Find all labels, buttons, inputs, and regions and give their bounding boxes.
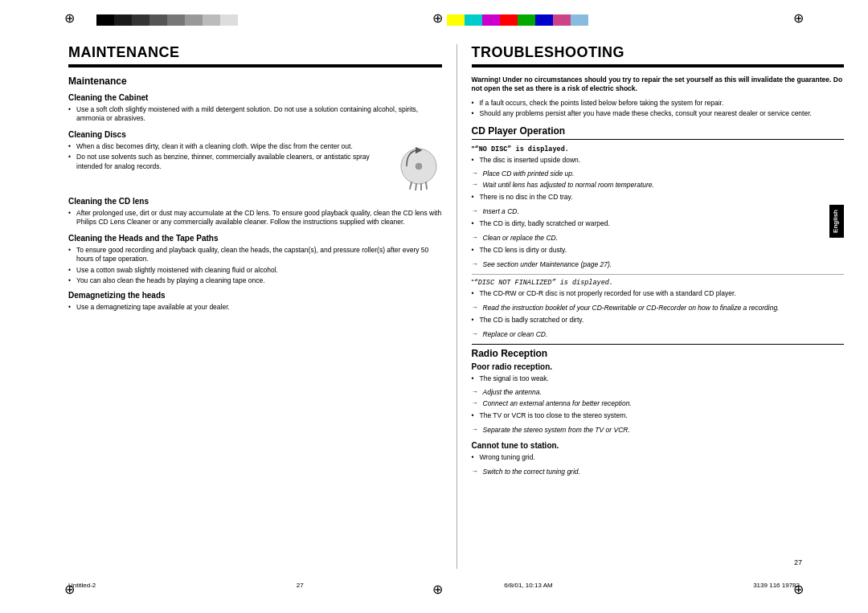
no-disc-label: "“NO DISC” is displayed. bbox=[472, 145, 845, 153]
list-item: Wrong tuning grid. bbox=[472, 453, 845, 462]
bar-gray1 bbox=[114, 14, 132, 26]
cleaning-cabinet-list: Use a soft cloth slightly moistened with… bbox=[68, 105, 442, 124]
troubleshooting-title: TROUBLESHOOTING bbox=[472, 44, 845, 67]
footer-filename: Untitled-2 bbox=[68, 582, 96, 589]
bar-green bbox=[518, 14, 535, 26]
disc-not-fin-arrows2: Replace or clean CD. bbox=[472, 330, 845, 339]
poor-radio-list2: The TV or VCR is too close to the stereo… bbox=[472, 411, 845, 420]
poor-radio-list: The signal is too weak. bbox=[472, 374, 845, 383]
arrow-item: Replace or clean CD. bbox=[472, 330, 845, 339]
bar-cyan bbox=[465, 14, 482, 26]
section-troubleshooting: TROUBLESHOOTING Warning! Under no circum… bbox=[457, 44, 845, 569]
cleaning-heads-header: Cleaning the Heads and the Tape Paths bbox=[68, 234, 442, 243]
list-item: The CD-RW or CD-R disc is not properly r… bbox=[472, 289, 845, 298]
svg-line-3 bbox=[416, 184, 416, 190]
svg-line-2 bbox=[410, 182, 411, 189]
list-item: The CD lens is dirty or dusty. bbox=[472, 246, 845, 255]
arrow-item: Clean or replace the CD. bbox=[472, 234, 845, 243]
page-number-top: 27 bbox=[794, 558, 802, 566]
arrow-item: Place CD with printed side up. bbox=[472, 170, 845, 178]
reg-mark-top-right: ⊕ bbox=[793, 10, 804, 26]
list-item: If a fault occurs, check the points list… bbox=[472, 99, 845, 108]
footer-product-code: 3139 116 19782 bbox=[753, 582, 800, 589]
bar-gray2 bbox=[132, 14, 149, 26]
disc-not-fin-list2: The CD is badly scratched or dirty. bbox=[472, 316, 845, 325]
arrow-item: Separate the stereo system from the TV o… bbox=[472, 426, 845, 435]
cd-player-header: CD Player Operation bbox=[472, 125, 845, 140]
arrow-item: Wait until lens has adjusted to normal r… bbox=[472, 181, 845, 190]
list-item: When a disc becomes dirty, clean it with… bbox=[68, 142, 442, 151]
bar-gray4 bbox=[167, 14, 185, 26]
list-item: Use a demagnetizing tape available at yo… bbox=[68, 303, 442, 312]
list-item: Use a cotton swab slightly moistened wit… bbox=[68, 266, 442, 275]
cleaning-discs-header: Cleaning Discs bbox=[68, 130, 442, 139]
radio-section: Radio Reception Poor radio reception. Th… bbox=[472, 344, 845, 476]
list-item: Do not use solvents such as benzine, thi… bbox=[68, 153, 442, 171]
disc-not-fin-list: The CD-RW or CD-R disc is not properly r… bbox=[472, 289, 845, 298]
arrow-item: Switch to the correct tuning grid. bbox=[472, 468, 845, 476]
lens-list: The CD lens is dirty or dusty. bbox=[472, 246, 845, 255]
list-item: The CD is dirty, badly scratched or warp… bbox=[472, 219, 845, 228]
warning-text: Warning! Under no circumstances should y… bbox=[472, 76, 845, 94]
cleaning-heads-section: Cleaning the Heads and the Tape Paths To… bbox=[68, 234, 442, 312]
arrow-item: See section under Maintenance (page 27). bbox=[472, 260, 845, 269]
bar-lightblue bbox=[571, 14, 588, 26]
reg-mark-top-center: ⊕ bbox=[432, 10, 443, 26]
list-item: The signal is too weak. bbox=[472, 374, 845, 383]
cannot-tune-header: Cannot tune to station. bbox=[472, 441, 845, 450]
disc-not-fin-label: "“DISC NOT FINALIZED” is displayed. bbox=[472, 278, 845, 287]
list-item: The CD is badly scratched or dirty. bbox=[472, 316, 845, 325]
list-item: Use a soft cloth slightly moistened with… bbox=[68, 105, 442, 124]
english-tab: English bbox=[829, 205, 844, 238]
disc-not-fin-arrows: Read the instruction booklet of your CD-… bbox=[472, 304, 845, 313]
poor-radio-header: Poor radio reception. bbox=[472, 362, 845, 371]
bar-red bbox=[500, 14, 518, 26]
footer-page-num: 27 bbox=[297, 582, 304, 589]
main-content: MAINTENANCE Maintenance Cleaning the Cab… bbox=[68, 44, 844, 569]
poor-radio-arrows2: Separate the stereo system from the TV o… bbox=[472, 426, 845, 435]
page-container: ⊕ ⊕ ⊕ MAINTENANCE Maintenance Cleaning t… bbox=[0, 0, 868, 613]
dirty-arrows: Clean or replace the CD. bbox=[472, 234, 845, 243]
bar-gray3 bbox=[149, 14, 167, 26]
no-disc-mono: “NO DISC” is displayed. bbox=[475, 145, 569, 153]
list-item: The disc is inserted upside down. bbox=[472, 156, 845, 165]
poor-radio-arrows: Adjust the antenna. Connect an external … bbox=[472, 388, 845, 408]
no-disc-arrows: Place CD with printed side up. Wait unti… bbox=[472, 170, 845, 190]
bar-blue bbox=[535, 14, 553, 26]
bar-yellow bbox=[447, 14, 465, 26]
color-bars-left bbox=[96, 14, 238, 26]
section-maintenance: MAINTENANCE Maintenance Cleaning the Cab… bbox=[68, 44, 457, 569]
arrow-item: Adjust the antenna. bbox=[472, 388, 845, 397]
footer: Untitled-2 27 6/8/01, 10:13 AM 3139 116 … bbox=[68, 582, 800, 589]
cleaning-cd-lens-list: After prolonged use, dirt or dust may ac… bbox=[68, 209, 442, 227]
dirty-list: The CD is dirty, badly scratched or warp… bbox=[472, 219, 845, 228]
arrow-item: Insert a CD. bbox=[472, 207, 845, 216]
list-item: To ensure good recording and playback qu… bbox=[68, 246, 442, 264]
no-disc-list: The disc is inserted upside down. bbox=[472, 156, 845, 165]
list-item: After prolonged use, dirt or dust may ac… bbox=[68, 209, 442, 227]
bar-magenta bbox=[482, 14, 500, 26]
bar-gray5 bbox=[185, 14, 203, 26]
warning-list: If a fault occurs, check the points list… bbox=[472, 99, 845, 119]
reg-mark-top-left: ⊕ bbox=[64, 10, 75, 26]
bar-pink bbox=[553, 14, 571, 26]
list-item: The TV or VCR is too close to the stereo… bbox=[472, 411, 845, 420]
cannot-tune-arrows: Switch to the correct tuning grid. bbox=[472, 468, 845, 476]
maintenance-title: MAINTENANCE bbox=[68, 44, 442, 67]
maintenance-subtitle: Maintenance bbox=[68, 76, 442, 87]
cleaning-heads-list: To ensure good recording and playback qu… bbox=[68, 246, 442, 286]
bar-black bbox=[96, 14, 114, 26]
demagnetizing-header: Demagnetizing the heads bbox=[68, 291, 442, 300]
svg-line-5 bbox=[426, 182, 427, 189]
disc-not-fin-text: “DISC NOT FINALIZED” is displayed. bbox=[474, 279, 613, 287]
list-item: There is no disc in the CD tray. bbox=[472, 193, 845, 202]
bar-gray7 bbox=[220, 14, 238, 26]
arrow-item: Connect an external antenna for better r… bbox=[472, 399, 845, 408]
footer-date: 6/8/01, 10:13 AM bbox=[504, 582, 553, 589]
list-item: You can also clean the heads by playing … bbox=[68, 276, 442, 285]
no-disc2-list: There is no disc in the CD tray. bbox=[472, 193, 845, 202]
cleaning-cabinet-header: Cleaning the Cabinet bbox=[68, 93, 442, 102]
warning-bold: Warning! Under no circumstances should y… bbox=[472, 76, 843, 92]
radio-header: Radio Reception bbox=[472, 348, 845, 359]
bar-gray6 bbox=[203, 14, 220, 26]
